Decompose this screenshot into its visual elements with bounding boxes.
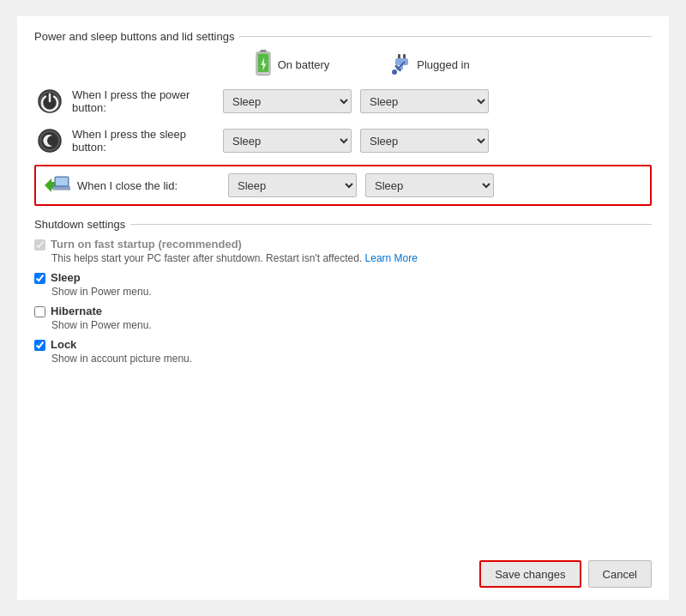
lid-plugged-in-wrap: Sleep Hibernate Shut down Turn off the d… [365,173,502,197]
lock-checkbox[interactable] [34,340,45,351]
lid-on-battery-select[interactable]: Sleep Hibernate Shut down Turn off the d… [228,173,357,197]
save-changes-button[interactable]: Save changes [479,560,581,588]
svg-rect-17 [56,178,68,185]
sleep-button-label: When I press the sleep button: [72,128,223,154]
hibernate-label: Hibernate [51,305,102,317]
power-button-row: When I press the power button: Sleep Hib… [34,86,652,117]
shutdown-section: Shutdown settings Turn on fast startup (… [34,218,652,371]
power-button-plugged-in-select[interactable]: Sleep Hibernate Shut down Turn off the d… [360,89,489,113]
svg-rect-18 [52,187,70,190]
lid-on-battery-wrap: Sleep Hibernate Shut down Turn off the d… [228,173,365,197]
lid-icon [39,170,70,201]
lid-label: When I close the lid: [77,179,228,192]
shutdown-section-title: Shutdown settings [34,218,652,231]
settings-panel: Power and sleep buttons and lid settings… [17,16,669,600]
power-button-dropdowns: Sleep Hibernate Shut down Turn off the d… [223,89,497,113]
lock-sub: Show in account picture menu. [51,353,652,365]
sleep-button-on-battery-wrap: Sleep Hibernate Shut down Turn off the d… [223,129,360,153]
sleep-button-icon [34,125,65,156]
learn-more-link[interactable]: Learn More [365,252,418,264]
plug-icon [388,52,412,76]
sleep-label: Sleep [51,271,81,284]
fast-startup-row: Turn on fast startup (recommended) [34,238,652,251]
svg-point-9 [392,69,397,75]
power-button-on-battery-select[interactable]: Sleep Hibernate Shut down Turn off the d… [223,89,352,113]
sleep-button-dropdowns: Sleep Hibernate Shut down Turn off the d… [223,129,497,153]
on-battery-header: On battery [223,50,360,79]
lid-row: When I close the lid: Sleep Hibernate Sh… [39,170,647,201]
plugged-in-header: Plugged in [360,52,497,76]
sleep-button-on-battery-select[interactable]: Sleep Hibernate Shut down Turn off the d… [223,129,352,153]
sleep-button-plugged-in-wrap: Sleep Hibernate Shut down Turn off the d… [360,129,497,153]
power-sleep-section-title: Power and sleep buttons and lid settings [34,30,652,43]
fast-startup-sub: This helps start your PC faster after sh… [51,252,652,264]
battery-icon [254,50,273,79]
power-button-plugged-in-wrap: Sleep Hibernate Shut down Turn off the d… [360,89,497,113]
hibernate-row: Hibernate [34,305,652,317]
lid-dropdowns: Sleep Hibernate Shut down Turn off the d… [228,173,502,197]
fast-startup-label: Turn on fast startup (recommended) [51,238,242,251]
lid-row-highlighted: When I close the lid: Sleep Hibernate Sh… [34,165,652,206]
power-button-icon [34,86,65,117]
hibernate-sub: Show in Power menu. [51,319,652,331]
sleep-button-row: When I press the sleep button: Sleep Hib… [34,125,652,156]
lock-label: Lock [51,338,76,351]
hibernate-checkbox[interactable] [34,306,45,317]
power-button-label: When I press the power button: [72,88,223,114]
footer-buttons: Save changes Cancel [479,560,652,588]
power-button-on-battery-wrap: Sleep Hibernate Shut down Turn off the d… [223,89,360,113]
fast-startup-checkbox[interactable] [34,239,45,251]
lock-row: Lock [34,338,652,351]
sleep-checkbox[interactable] [34,273,45,284]
cancel-button[interactable]: Cancel [588,560,652,588]
sleep-sub: Show in Power menu. [51,286,652,298]
sleep-row: Sleep [34,271,652,284]
lid-plugged-in-select[interactable]: Sleep Hibernate Shut down Turn off the d… [365,173,494,197]
sleep-button-plugged-in-select[interactable]: Sleep Hibernate Shut down Turn off the d… [360,129,489,153]
column-headers: On battery Plugged in [223,50,652,79]
